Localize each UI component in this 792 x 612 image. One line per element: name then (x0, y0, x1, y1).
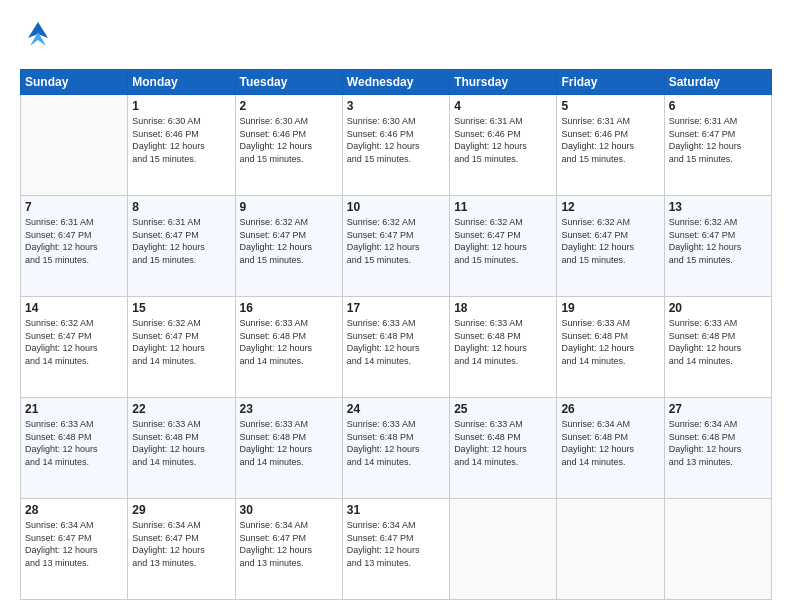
calendar-table: Sunday Monday Tuesday Wednesday Thursday… (20, 69, 772, 600)
day-number: 8 (132, 200, 230, 214)
table-row: 29Sunrise: 6:34 AMSunset: 6:47 PMDayligh… (128, 499, 235, 600)
col-tuesday: Tuesday (235, 70, 342, 95)
day-info: Sunrise: 6:31 AMSunset: 6:47 PMDaylight:… (132, 216, 230, 266)
day-info: Sunrise: 6:31 AMSunset: 6:46 PMDaylight:… (561, 115, 659, 165)
day-info: Sunrise: 6:34 AMSunset: 6:48 PMDaylight:… (669, 418, 767, 468)
day-number: 24 (347, 402, 445, 416)
day-info: Sunrise: 6:33 AMSunset: 6:48 PMDaylight:… (25, 418, 123, 468)
day-info: Sunrise: 6:31 AMSunset: 6:47 PMDaylight:… (25, 216, 123, 266)
table-row: 13Sunrise: 6:32 AMSunset: 6:47 PMDayligh… (664, 196, 771, 297)
day-info: Sunrise: 6:32 AMSunset: 6:47 PMDaylight:… (132, 317, 230, 367)
table-row: 14Sunrise: 6:32 AMSunset: 6:47 PMDayligh… (21, 297, 128, 398)
table-row: 1Sunrise: 6:30 AMSunset: 6:46 PMDaylight… (128, 95, 235, 196)
day-number: 5 (561, 99, 659, 113)
day-info: Sunrise: 6:33 AMSunset: 6:48 PMDaylight:… (240, 418, 338, 468)
table-row: 17Sunrise: 6:33 AMSunset: 6:48 PMDayligh… (342, 297, 449, 398)
day-number: 7 (25, 200, 123, 214)
day-number: 17 (347, 301, 445, 315)
day-info: Sunrise: 6:33 AMSunset: 6:48 PMDaylight:… (132, 418, 230, 468)
table-row: 22Sunrise: 6:33 AMSunset: 6:48 PMDayligh… (128, 398, 235, 499)
day-info: Sunrise: 6:34 AMSunset: 6:47 PMDaylight:… (240, 519, 338, 569)
calendar-week-row: 7Sunrise: 6:31 AMSunset: 6:47 PMDaylight… (21, 196, 772, 297)
day-info: Sunrise: 6:33 AMSunset: 6:48 PMDaylight:… (561, 317, 659, 367)
day-info: Sunrise: 6:32 AMSunset: 6:47 PMDaylight:… (454, 216, 552, 266)
day-info: Sunrise: 6:30 AMSunset: 6:46 PMDaylight:… (132, 115, 230, 165)
day-number: 22 (132, 402, 230, 416)
day-info: Sunrise: 6:31 AMSunset: 6:47 PMDaylight:… (669, 115, 767, 165)
calendar-week-row: 28Sunrise: 6:34 AMSunset: 6:47 PMDayligh… (21, 499, 772, 600)
day-number: 27 (669, 402, 767, 416)
table-row: 27Sunrise: 6:34 AMSunset: 6:48 PMDayligh… (664, 398, 771, 499)
day-number: 2 (240, 99, 338, 113)
table-row: 23Sunrise: 6:33 AMSunset: 6:48 PMDayligh… (235, 398, 342, 499)
table-row: 25Sunrise: 6:33 AMSunset: 6:48 PMDayligh… (450, 398, 557, 499)
day-number: 26 (561, 402, 659, 416)
table-row: 4Sunrise: 6:31 AMSunset: 6:46 PMDaylight… (450, 95, 557, 196)
table-row: 2Sunrise: 6:30 AMSunset: 6:46 PMDaylight… (235, 95, 342, 196)
logo (20, 18, 62, 61)
col-wednesday: Wednesday (342, 70, 449, 95)
table-row: 15Sunrise: 6:32 AMSunset: 6:47 PMDayligh… (128, 297, 235, 398)
day-number: 15 (132, 301, 230, 315)
day-info: Sunrise: 6:33 AMSunset: 6:48 PMDaylight:… (347, 418, 445, 468)
page: Sunday Monday Tuesday Wednesday Thursday… (0, 0, 792, 612)
day-number: 19 (561, 301, 659, 315)
calendar-week-row: 21Sunrise: 6:33 AMSunset: 6:48 PMDayligh… (21, 398, 772, 499)
day-number: 3 (347, 99, 445, 113)
day-number: 13 (669, 200, 767, 214)
table-row (664, 499, 771, 600)
day-number: 25 (454, 402, 552, 416)
day-info: Sunrise: 6:30 AMSunset: 6:46 PMDaylight:… (347, 115, 445, 165)
calendar-week-row: 14Sunrise: 6:32 AMSunset: 6:47 PMDayligh… (21, 297, 772, 398)
col-saturday: Saturday (664, 70, 771, 95)
day-info: Sunrise: 6:33 AMSunset: 6:48 PMDaylight:… (347, 317, 445, 367)
header (20, 18, 772, 61)
day-number: 1 (132, 99, 230, 113)
day-number: 4 (454, 99, 552, 113)
day-number: 18 (454, 301, 552, 315)
day-number: 16 (240, 301, 338, 315)
table-row: 19Sunrise: 6:33 AMSunset: 6:48 PMDayligh… (557, 297, 664, 398)
day-number: 20 (669, 301, 767, 315)
day-info: Sunrise: 6:34 AMSunset: 6:47 PMDaylight:… (347, 519, 445, 569)
table-row: 24Sunrise: 6:33 AMSunset: 6:48 PMDayligh… (342, 398, 449, 499)
day-number: 9 (240, 200, 338, 214)
table-row: 16Sunrise: 6:33 AMSunset: 6:48 PMDayligh… (235, 297, 342, 398)
table-row: 11Sunrise: 6:32 AMSunset: 6:47 PMDayligh… (450, 196, 557, 297)
day-info: Sunrise: 6:30 AMSunset: 6:46 PMDaylight:… (240, 115, 338, 165)
col-thursday: Thursday (450, 70, 557, 95)
day-info: Sunrise: 6:32 AMSunset: 6:47 PMDaylight:… (240, 216, 338, 266)
day-info: Sunrise: 6:34 AMSunset: 6:47 PMDaylight:… (132, 519, 230, 569)
table-row (21, 95, 128, 196)
table-row: 6Sunrise: 6:31 AMSunset: 6:47 PMDaylight… (664, 95, 771, 196)
day-info: Sunrise: 6:33 AMSunset: 6:48 PMDaylight:… (454, 317, 552, 367)
table-row: 9Sunrise: 6:32 AMSunset: 6:47 PMDaylight… (235, 196, 342, 297)
day-number: 28 (25, 503, 123, 517)
day-info: Sunrise: 6:33 AMSunset: 6:48 PMDaylight:… (454, 418, 552, 468)
table-row: 3Sunrise: 6:30 AMSunset: 6:46 PMDaylight… (342, 95, 449, 196)
table-row: 7Sunrise: 6:31 AMSunset: 6:47 PMDaylight… (21, 196, 128, 297)
calendar-header-row: Sunday Monday Tuesday Wednesday Thursday… (21, 70, 772, 95)
table-row (557, 499, 664, 600)
col-monday: Monday (128, 70, 235, 95)
table-row: 28Sunrise: 6:34 AMSunset: 6:47 PMDayligh… (21, 499, 128, 600)
day-number: 21 (25, 402, 123, 416)
col-sunday: Sunday (21, 70, 128, 95)
table-row: 18Sunrise: 6:33 AMSunset: 6:48 PMDayligh… (450, 297, 557, 398)
day-number: 6 (669, 99, 767, 113)
col-friday: Friday (557, 70, 664, 95)
table-row: 31Sunrise: 6:34 AMSunset: 6:47 PMDayligh… (342, 499, 449, 600)
day-info: Sunrise: 6:32 AMSunset: 6:47 PMDaylight:… (347, 216, 445, 266)
table-row: 10Sunrise: 6:32 AMSunset: 6:47 PMDayligh… (342, 196, 449, 297)
day-number: 23 (240, 402, 338, 416)
day-info: Sunrise: 6:32 AMSunset: 6:47 PMDaylight:… (25, 317, 123, 367)
table-row: 21Sunrise: 6:33 AMSunset: 6:48 PMDayligh… (21, 398, 128, 499)
day-number: 11 (454, 200, 552, 214)
table-row (450, 499, 557, 600)
day-number: 14 (25, 301, 123, 315)
table-row: 5Sunrise: 6:31 AMSunset: 6:46 PMDaylight… (557, 95, 664, 196)
table-row: 30Sunrise: 6:34 AMSunset: 6:47 PMDayligh… (235, 499, 342, 600)
day-info: Sunrise: 6:32 AMSunset: 6:47 PMDaylight:… (561, 216, 659, 266)
day-number: 31 (347, 503, 445, 517)
day-info: Sunrise: 6:34 AMSunset: 6:48 PMDaylight:… (561, 418, 659, 468)
